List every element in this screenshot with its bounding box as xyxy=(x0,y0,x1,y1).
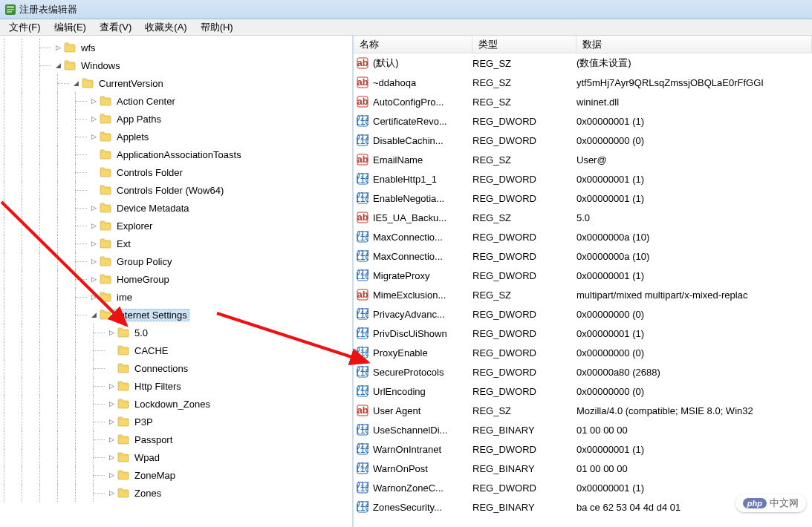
col-header-data[interactable]: 数据 xyxy=(576,36,812,53)
tree-label[interactable]: wfs xyxy=(79,42,98,54)
tree-node[interactable]: ▷wfs xyxy=(0,39,352,56)
expand-toggle[interactable]: ▷ xyxy=(107,382,116,390)
value-row[interactable]: 011110EnableHttp1_1REG_DWORD0x00000001 (… xyxy=(354,169,812,189)
tree-label[interactable]: Group Policy xyxy=(114,255,174,268)
expand-toggle[interactable]: ▷ xyxy=(89,221,98,230)
value-row[interactable]: 011110MaxConnectio...REG_DWORD0x0000000a… xyxy=(354,227,812,246)
tree-panel[interactable]: ▷wfs◢Windows◢CurrentVersion▷Action Cente… xyxy=(0,36,354,527)
col-header-type[interactable]: 类型 xyxy=(472,36,576,53)
tree-label[interactable]: HomeGroup xyxy=(114,273,172,286)
value-row[interactable]: abUser AgentREG_SZMozilla/4.0 (compatibl… xyxy=(354,401,812,420)
tree-label[interactable]: Windows xyxy=(79,59,123,72)
expand-toggle[interactable]: ▷ xyxy=(89,292,98,301)
tree-node[interactable]: ▷Passport xyxy=(0,431,352,448)
value-row[interactable]: 011110DisableCachin...REG_DWORD0x0000000… xyxy=(354,131,812,150)
tree-label[interactable]: CurrentVersion xyxy=(97,77,166,90)
tree-node[interactable]: ▷App Paths xyxy=(0,110,352,128)
tree-label[interactable]: Action Center xyxy=(114,95,178,108)
tree-label[interactable]: Ext xyxy=(114,238,133,250)
tree-label[interactable]: Zones xyxy=(132,487,163,500)
tree-node[interactable]: ◢CurrentVersion xyxy=(0,74,352,92)
menu-edit[interactable]: 编辑(E) xyxy=(48,19,92,36)
expand-toggle[interactable]: ▷ xyxy=(107,435,116,444)
values-panel[interactable]: 名称 类型 数据 ab(默认)REG_SZ(数值未设置)ab~ddahoqaRE… xyxy=(354,36,812,527)
expand-toggle[interactable]: ◢ xyxy=(89,310,98,319)
expand-toggle[interactable]: ◢ xyxy=(53,61,62,70)
titlebar[interactable]: 注册表编辑器 xyxy=(0,0,812,19)
expand-toggle[interactable]: ▷ xyxy=(89,132,98,141)
value-row[interactable]: 011110PrivDiscUiShownREG_DWORD0x00000001… xyxy=(354,324,812,343)
tree-node[interactable]: ▷Action Center xyxy=(0,92,352,110)
tree-node[interactable]: ▷Device Metadata xyxy=(0,199,352,217)
value-row[interactable]: ab(默认)REG_SZ(数值未设置) xyxy=(354,53,812,73)
tree-node[interactable]: ·Controls Folder xyxy=(0,163,352,181)
tree-node[interactable]: ▷Http Filters xyxy=(0,377,352,395)
menu-favorites[interactable]: 收藏夹(A) xyxy=(139,19,192,36)
tree-node[interactable]: ·CACHE xyxy=(0,341,352,359)
value-row[interactable]: 011110UseSchannelDi...REG_BINARY01 00 00… xyxy=(354,420,812,439)
tree-label[interactable]: Wpad xyxy=(132,451,162,464)
expand-toggle[interactable]: ▷ xyxy=(89,239,98,248)
value-row[interactable]: 011110PrivacyAdvanc...REG_DWORD0x0000000… xyxy=(354,304,812,324)
tree-label[interactable]: ApplicationAssociationToasts xyxy=(114,148,244,161)
tree-node[interactable]: ▷Group Policy xyxy=(0,252,352,270)
tree-label[interactable]: Internet Settings xyxy=(114,309,189,321)
tree-node[interactable]: ▷Wpad xyxy=(0,448,352,466)
tree-node[interactable]: ·ApplicationAssociationToasts xyxy=(0,145,352,163)
expand-toggle[interactable]: ▷ xyxy=(107,453,116,462)
tree-label[interactable]: Applets xyxy=(114,131,151,143)
tree-label[interactable]: Connections xyxy=(132,362,190,375)
tree-label[interactable]: ime xyxy=(114,291,134,304)
menu-help[interactable]: 帮助(H) xyxy=(195,19,239,36)
value-row[interactable]: abMimeExclusion...REG_SZmultipart/mixed … xyxy=(354,285,812,304)
tree-label[interactable]: Passport xyxy=(132,433,175,446)
expand-toggle[interactable]: ▷ xyxy=(53,43,62,52)
value-row[interactable]: 011110SecureProtocolsREG_DWORD0x00000a80… xyxy=(354,362,812,382)
value-row[interactable]: 011110EnableNegotia...REG_DWORD0x0000000… xyxy=(354,189,812,208)
tree-node[interactable]: ▷ime xyxy=(0,288,352,306)
menu-file[interactable]: 文件(F) xyxy=(3,19,47,36)
tree-label[interactable]: Device Metadata xyxy=(114,202,192,215)
tree-node[interactable]: ◢Windows xyxy=(0,56,352,74)
tree-node[interactable]: ▷Lockdown_Zones xyxy=(0,395,352,413)
value-row[interactable]: ab~ddahoqaREG_SZytf5mHj7Ayr9QRLsqZmssjOB… xyxy=(354,73,812,92)
tree-label[interactable]: Explorer xyxy=(114,220,155,232)
tree-node[interactable]: ·Controls Folder (Wow64) xyxy=(0,181,352,199)
value-row[interactable]: 011110CertificateRevo...REG_DWORD0x00000… xyxy=(354,111,812,131)
tree-label[interactable]: 5.0 xyxy=(132,327,150,339)
tree-node[interactable]: ▷Applets xyxy=(0,128,352,145)
expand-toggle[interactable]: ▷ xyxy=(107,417,116,426)
value-row[interactable]: abEmailNameREG_SZUser@ xyxy=(354,150,812,169)
tree-label[interactable]: Controls Folder xyxy=(114,166,185,179)
tree-node[interactable]: ▷Ext xyxy=(0,235,352,252)
expand-toggle[interactable]: ▷ xyxy=(89,96,98,105)
col-header-name[interactable]: 名称 xyxy=(354,36,472,53)
expand-toggle[interactable]: ▷ xyxy=(89,275,98,284)
tree-node[interactable]: ·Connections xyxy=(0,359,352,377)
tree-node[interactable]: ▷P3P xyxy=(0,413,352,431)
tree-label[interactable]: P3P xyxy=(132,416,155,428)
menu-view[interactable]: 查看(V) xyxy=(94,19,137,36)
tree-label[interactable]: Lockdown_Zones xyxy=(132,398,212,410)
tree-label[interactable]: Http Filters xyxy=(132,380,183,393)
tree-label[interactable]: CACHE xyxy=(132,344,171,357)
tree-node[interactable]: ◢Internet Settings xyxy=(0,306,352,324)
expand-toggle[interactable]: ▷ xyxy=(107,471,116,479)
tree-node[interactable]: ▷5.0 xyxy=(0,324,352,341)
expand-toggle[interactable]: ▷ xyxy=(89,114,98,123)
tree-label[interactable]: Controls Folder (Wow64) xyxy=(114,184,226,197)
tree-node[interactable]: ▷HomeGroup xyxy=(0,270,352,288)
value-row[interactable]: abIE5_UA_Backu...REG_SZ5.0 xyxy=(354,208,812,227)
value-row[interactable]: 011110ProxyEnableREG_DWORD0x00000000 (0) xyxy=(354,343,812,362)
value-row[interactable]: 011110MaxConnectio...REG_DWORD0x0000000a… xyxy=(354,246,812,266)
expand-toggle[interactable]: ▷ xyxy=(89,203,98,212)
expand-toggle[interactable]: ◢ xyxy=(71,79,80,88)
expand-toggle[interactable]: ▷ xyxy=(107,488,116,497)
tree-node[interactable]: ▷Explorer xyxy=(0,217,352,235)
expand-toggle[interactable]: ▷ xyxy=(89,257,98,266)
tree-node[interactable]: ▷Zones xyxy=(0,484,352,502)
value-row[interactable]: 011110WarnOnPostREG_BINARY01 00 00 00 xyxy=(354,459,812,478)
tree-label[interactable]: App Paths xyxy=(114,113,163,125)
value-row[interactable]: 011110MigrateProxyREG_DWORD0x00000001 (1… xyxy=(354,266,812,285)
value-row[interactable]: abAutoConfigPro...REG_SZwininet.dll xyxy=(354,92,812,111)
